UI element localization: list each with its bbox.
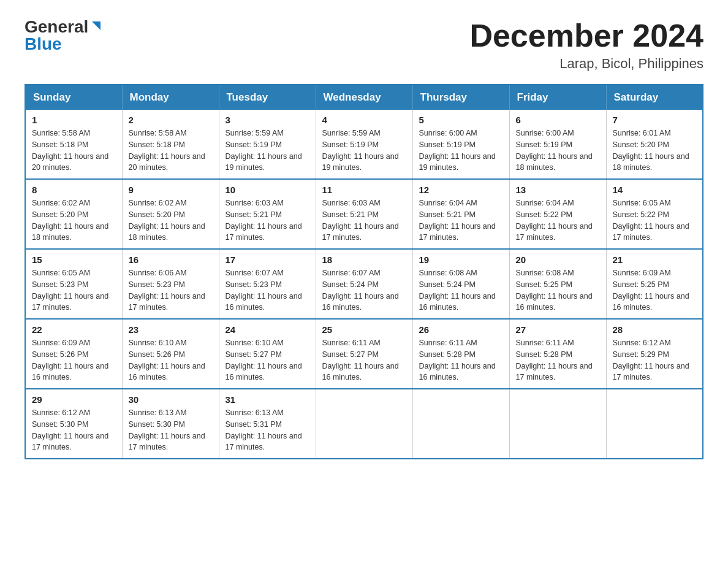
weekday-header-sunday: Sunday xyxy=(25,85,122,110)
day-info: Sunrise: 6:06 AMSunset: 5:23 PMDaylight:… xyxy=(129,267,213,313)
day-number: 18 xyxy=(322,255,406,265)
day-number: 20 xyxy=(516,255,600,265)
day-number: 14 xyxy=(613,185,697,195)
day-info: Sunrise: 5:58 AMSunset: 5:18 PMDaylight:… xyxy=(129,128,213,174)
calendar-cell: 24 Sunrise: 6:10 AMSunset: 5:27 PMDaylig… xyxy=(219,319,316,389)
calendar-cell: 31 Sunrise: 6:13 AMSunset: 5:31 PMDaylig… xyxy=(219,389,316,459)
day-number: 21 xyxy=(613,255,697,265)
day-info: Sunrise: 6:04 AMSunset: 5:22 PMDaylight:… xyxy=(516,197,600,243)
day-info: Sunrise: 6:03 AMSunset: 5:21 PMDaylight:… xyxy=(322,197,406,243)
calendar-cell: 15 Sunrise: 6:05 AMSunset: 5:23 PMDaylig… xyxy=(25,249,122,319)
calendar-cell: 13 Sunrise: 6:04 AMSunset: 5:22 PMDaylig… xyxy=(509,179,606,249)
day-number: 17 xyxy=(226,255,309,265)
calendar-cell: 14 Sunrise: 6:05 AMSunset: 5:22 PMDaylig… xyxy=(606,179,703,249)
page-header: General Blue December 2024 Larap, Bicol,… xyxy=(25,18,703,72)
day-info: Sunrise: 6:02 AMSunset: 5:20 PMDaylight:… xyxy=(32,197,116,243)
weekday-header-saturday: Saturday xyxy=(606,85,703,110)
day-info: Sunrise: 6:12 AMSunset: 5:29 PMDaylight:… xyxy=(613,337,697,383)
day-number: 12 xyxy=(419,185,503,195)
calendar-cell: 4 Sunrise: 5:59 AMSunset: 5:19 PMDayligh… xyxy=(316,110,412,179)
svg-marker-0 xyxy=(92,21,100,30)
day-number: 23 xyxy=(129,324,213,335)
calendar-cell xyxy=(606,389,703,459)
day-info: Sunrise: 6:09 AMSunset: 5:26 PMDaylight:… xyxy=(32,337,116,383)
day-number: 27 xyxy=(516,324,600,335)
day-info: Sunrise: 6:13 AMSunset: 5:31 PMDaylight:… xyxy=(226,407,309,453)
calendar-table: SundayMondayTuesdayWednesdayThursdayFrid… xyxy=(25,84,703,459)
day-number: 13 xyxy=(516,185,600,195)
calendar-cell: 29 Sunrise: 6:12 AMSunset: 5:30 PMDaylig… xyxy=(25,389,122,459)
day-info: Sunrise: 6:02 AMSunset: 5:20 PMDaylight:… xyxy=(129,197,213,243)
day-number: 10 xyxy=(226,185,309,195)
calendar-header: SundayMondayTuesdayWednesdayThursdayFrid… xyxy=(25,85,703,110)
weekday-header-thursday: Thursday xyxy=(412,85,509,110)
logo-triangle-icon xyxy=(89,19,103,33)
day-info: Sunrise: 6:05 AMSunset: 5:23 PMDaylight:… xyxy=(32,267,116,313)
day-info: Sunrise: 6:10 AMSunset: 5:26 PMDaylight:… xyxy=(129,337,213,383)
calendar-cell: 2 Sunrise: 5:58 AMSunset: 5:18 PMDayligh… xyxy=(122,110,219,179)
calendar-cell: 30 Sunrise: 6:13 AMSunset: 5:30 PMDaylig… xyxy=(122,389,219,459)
day-info: Sunrise: 6:05 AMSunset: 5:22 PMDaylight:… xyxy=(613,197,697,243)
day-info: Sunrise: 6:07 AMSunset: 5:24 PMDaylight:… xyxy=(322,267,406,313)
location-title: Larap, Bicol, Philippines xyxy=(469,56,703,72)
day-number: 28 xyxy=(613,324,697,335)
day-number: 8 xyxy=(32,185,116,195)
day-info: Sunrise: 6:08 AMSunset: 5:24 PMDaylight:… xyxy=(419,267,503,313)
calendar-week-row: 29 Sunrise: 6:12 AMSunset: 5:30 PMDaylig… xyxy=(25,389,703,459)
calendar-cell xyxy=(412,389,509,459)
day-number: 5 xyxy=(419,115,503,125)
weekday-header-monday: Monday xyxy=(122,85,219,110)
calendar-week-row: 15 Sunrise: 6:05 AMSunset: 5:23 PMDaylig… xyxy=(25,249,703,319)
day-number: 16 xyxy=(129,255,213,265)
calendar-cell: 8 Sunrise: 6:02 AMSunset: 5:20 PMDayligh… xyxy=(25,179,122,249)
calendar-cell xyxy=(509,389,606,459)
day-info: Sunrise: 6:07 AMSunset: 5:23 PMDaylight:… xyxy=(226,267,309,313)
weekday-header-row: SundayMondayTuesdayWednesdayThursdayFrid… xyxy=(25,85,703,110)
calendar-cell: 17 Sunrise: 6:07 AMSunset: 5:23 PMDaylig… xyxy=(219,249,316,319)
day-number: 25 xyxy=(322,324,406,335)
day-info: Sunrise: 5:59 AMSunset: 5:19 PMDaylight:… xyxy=(322,128,406,174)
title-block: December 2024 Larap, Bicol, Philippines xyxy=(469,18,703,72)
day-number: 2 xyxy=(129,115,213,125)
day-info: Sunrise: 6:11 AMSunset: 5:28 PMDaylight:… xyxy=(516,337,600,383)
calendar-cell: 1 Sunrise: 5:58 AMSunset: 5:18 PMDayligh… xyxy=(25,110,122,179)
calendar-cell: 25 Sunrise: 6:11 AMSunset: 5:27 PMDaylig… xyxy=(316,319,412,389)
weekday-header-friday: Friday xyxy=(509,85,606,110)
day-info: Sunrise: 6:09 AMSunset: 5:25 PMDaylight:… xyxy=(613,267,697,313)
day-number: 9 xyxy=(129,185,213,195)
logo-general: General xyxy=(25,18,88,36)
calendar-cell: 6 Sunrise: 6:00 AMSunset: 5:19 PMDayligh… xyxy=(509,110,606,179)
day-number: 6 xyxy=(516,115,600,125)
calendar-cell: 12 Sunrise: 6:04 AMSunset: 5:21 PMDaylig… xyxy=(412,179,509,249)
calendar-week-row: 1 Sunrise: 5:58 AMSunset: 5:18 PMDayligh… xyxy=(25,110,703,179)
calendar-cell: 20 Sunrise: 6:08 AMSunset: 5:25 PMDaylig… xyxy=(509,249,606,319)
calendar-cell: 10 Sunrise: 6:03 AMSunset: 5:21 PMDaylig… xyxy=(219,179,316,249)
day-info: Sunrise: 6:08 AMSunset: 5:25 PMDaylight:… xyxy=(516,267,600,313)
day-info: Sunrise: 6:11 AMSunset: 5:28 PMDaylight:… xyxy=(419,337,503,383)
day-info: Sunrise: 6:01 AMSunset: 5:20 PMDaylight:… xyxy=(613,128,697,174)
day-number: 19 xyxy=(419,255,503,265)
calendar-cell: 3 Sunrise: 5:59 AMSunset: 5:19 PMDayligh… xyxy=(219,110,316,179)
day-info: Sunrise: 5:59 AMSunset: 5:19 PMDaylight:… xyxy=(226,128,309,174)
day-info: Sunrise: 5:58 AMSunset: 5:18 PMDaylight:… xyxy=(32,128,116,174)
day-number: 29 xyxy=(32,394,116,405)
calendar-cell: 26 Sunrise: 6:11 AMSunset: 5:28 PMDaylig… xyxy=(412,319,509,389)
calendar-cell: 22 Sunrise: 6:09 AMSunset: 5:26 PMDaylig… xyxy=(25,319,122,389)
calendar-cell: 5 Sunrise: 6:00 AMSunset: 5:19 PMDayligh… xyxy=(412,110,509,179)
logo: General Blue xyxy=(25,18,103,53)
weekday-header-tuesday: Tuesday xyxy=(219,85,316,110)
calendar-cell: 18 Sunrise: 6:07 AMSunset: 5:24 PMDaylig… xyxy=(316,249,412,319)
day-number: 3 xyxy=(226,115,309,125)
calendar-cell: 9 Sunrise: 6:02 AMSunset: 5:20 PMDayligh… xyxy=(122,179,219,249)
day-number: 1 xyxy=(32,115,116,125)
calendar-week-row: 8 Sunrise: 6:02 AMSunset: 5:20 PMDayligh… xyxy=(25,179,703,249)
calendar-body: 1 Sunrise: 5:58 AMSunset: 5:18 PMDayligh… xyxy=(25,110,703,459)
day-info: Sunrise: 6:13 AMSunset: 5:30 PMDaylight:… xyxy=(129,407,213,453)
weekday-header-wednesday: Wednesday xyxy=(316,85,412,110)
day-number: 22 xyxy=(32,324,116,335)
day-number: 26 xyxy=(419,324,503,335)
calendar-cell xyxy=(316,389,412,459)
calendar-cell: 11 Sunrise: 6:03 AMSunset: 5:21 PMDaylig… xyxy=(316,179,412,249)
calendar-cell: 19 Sunrise: 6:08 AMSunset: 5:24 PMDaylig… xyxy=(412,249,509,319)
day-number: 24 xyxy=(226,324,309,335)
